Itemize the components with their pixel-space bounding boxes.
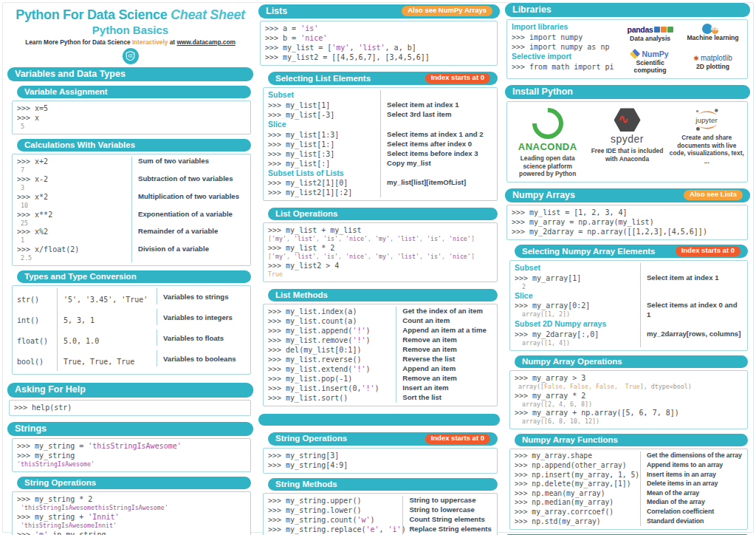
code-output-line: array([1, 2]) — [515, 310, 640, 318]
code-cell: >>> x%2 1 — [17, 227, 131, 245]
datacamp-link[interactable]: www.datacamp.com — [176, 38, 235, 46]
code-line: >>> x — [17, 113, 246, 123]
numpy-cube-icon — [630, 49, 640, 59]
code-line: >>> my_string + 'Innit' — [17, 512, 246, 522]
example-cell: 5.0, 1.0 — [57, 330, 157, 350]
section-title: Install Python — [512, 86, 573, 97]
jupyter-wordmark: jupyter — [695, 116, 718, 124]
code-line: >>> my_list.pop(-1) — [268, 374, 396, 384]
code-output-line: 2 — [515, 283, 640, 291]
table-row: >>> del(my_list[0:1])Remove an item — [268, 345, 492, 355]
table-row: >>> my_string.replace('e', 'i')Replace S… — [268, 525, 492, 534]
description-cell: Select 3rd last item — [380, 110, 492, 120]
description-cell: Select item at index 1 — [380, 100, 492, 110]
section-title: Libraries — [512, 4, 551, 15]
code-line: >>> np.std(my_array) — [515, 517, 640, 527]
section-string-operations-left: String Operations — [17, 477, 251, 489]
section-title: List Methods — [275, 290, 328, 300]
anaconda-ring-icon — [526, 102, 569, 146]
logo-caption: Machine learning — [687, 35, 738, 42]
code-subheading: Slice — [268, 120, 380, 130]
table-row: str()'5', '3.45', 'True'Variables to str… — [17, 288, 246, 309]
table-row: >>> my_list.count(a)Count an item — [268, 316, 492, 326]
table-row: >>> my_array[0:2] array([1, 2])Select it… — [515, 301, 743, 319]
code-cell: >>> my_list.pop(-1) — [268, 374, 396, 384]
badge-index-starts-at-0: Index starts at 0 — [676, 246, 740, 256]
code-line: >>> my_array * 2 — [515, 391, 743, 401]
tagline-at: at — [170, 38, 175, 46]
code-cell: Subset — [515, 263, 640, 273]
code-line: >>> my_string[4:9] — [268, 460, 492, 470]
table-row: Subset — [268, 90, 492, 100]
code-line: >>> my_list2 = [[4,5,6,7], [3,4,5,6]] — [265, 52, 492, 62]
code-cell: >>> my_list[1] — [268, 100, 380, 110]
page-title: Python For Data Science Cheat Sheet — [7, 7, 253, 23]
code-line: >>> my_string[3] — [268, 451, 492, 460]
code-cell: >>> np.insert(my_array, 1, 5) — [515, 471, 640, 480]
description-cell: Multiplication of two variables — [131, 192, 246, 210]
code-output-line: 2.5 — [17, 254, 131, 262]
code-line: >>> my_list + my_list — [268, 225, 492, 235]
description-cell — [640, 263, 743, 273]
section-asking-for-help: Asking For Help — [7, 383, 253, 397]
description-cell: Append an item at a time — [396, 326, 492, 335]
section-types-conversion: Types and Type Conversion — [17, 270, 251, 283]
left-column: Python For Data Science Cheat Sheet Pyth… — [7, 0, 253, 535]
code-line: >>> np.median(my_array) — [515, 498, 640, 508]
code-cell: >>> x-2 3 — [17, 174, 131, 192]
table-row: >>> x+2 7Sum of two variables — [17, 157, 246, 174]
code-output-line: 3 — [17, 184, 131, 192]
code-line: >>> x*2 — [17, 192, 131, 202]
table-row: Subset Lists of Lists — [268, 168, 492, 179]
code-line: >>> my_array = np.array(my_list) — [512, 217, 743, 227]
code-cell: >>> np.std(my_array) — [515, 517, 640, 527]
code-cell: Subset — [268, 90, 380, 100]
table-row: >>> my_list.index(a)Get the index of an … — [268, 307, 492, 316]
libraries-box: Import libraries>>> import numpy>>> impo… — [506, 19, 748, 79]
badge-also-see-lists: Also see Lists — [684, 190, 743, 200]
example-cell: '5', '3.45', 'True' — [57, 288, 157, 309]
spyder-snake-icon: ∿ — [619, 112, 629, 127]
table-row: >>> my_string.upper()String to uppercase — [268, 496, 492, 505]
table-row: >>> x-2 3Subtraction of two variables — [17, 174, 246, 192]
code-line: >>> my_list.reverse() — [268, 355, 396, 364]
description-cell: Append items to an array — [640, 461, 743, 471]
code-block-help: >>> help(str) — [9, 400, 251, 416]
code-cell: >>> my_2darray[:,0] array([1, 4]) — [515, 330, 640, 347]
spyder-hexagon-icon: ∿ — [614, 108, 641, 132]
logo-caption: Data analysis — [628, 35, 673, 43]
section-title: List Operations — [275, 209, 337, 219]
code-line: >>> x=5 — [17, 103, 246, 113]
badge-also-see-numpy-arrays: Also see NumPy Arrays — [402, 6, 492, 16]
description-cell: String to lowercase — [402, 505, 492, 515]
table-row: >>> my_list[1:3]Select items at index 1 … — [268, 130, 492, 140]
section-title: Lists — [266, 6, 287, 16]
description-cell: Count String elements — [402, 515, 492, 525]
code-block-list-operations: >>> my_list + my_list['my', 'list', 'is'… — [263, 222, 498, 282]
code-line: >>> my_list.index(a) — [268, 307, 396, 316]
type-function-cell: bool() — [17, 350, 57, 371]
code-cell: >>> np.median(my_array) — [515, 498, 640, 508]
code-cell: >>> my_list[1:] — [268, 140, 380, 149]
code-line: >>> my_list[1:] — [268, 140, 380, 149]
code-cell: Slice — [515, 291, 640, 301]
table-row: >>> my_array.corrcoef()Correlation coeff… — [515, 508, 743, 517]
table-row: >>> np.median(my_array)Median of the arr… — [515, 498, 743, 508]
code-line: >>> del(my_list[0:1]) — [268, 345, 396, 355]
description-cell: Append an item — [396, 364, 492, 374]
tagline-pre: Learn More Python for Data Science — [25, 38, 130, 46]
code-line: >>> my_array.shape — [515, 451, 640, 461]
section-install-python: Install Python — [505, 85, 750, 99]
datacamp-logo-icon — [123, 48, 139, 64]
description-cell: String to uppercase — [402, 496, 492, 505]
section-variable-assignment: Variable Assignment — [17, 86, 251, 98]
description-cell — [380, 168, 492, 179]
badge-index-starts-at-0: Index starts at 0 — [425, 434, 490, 444]
description-cell: Mean of the array — [640, 489, 743, 499]
code-line: >>> my_list.count(a) — [268, 316, 396, 326]
chart-thumb-icon — [667, 27, 673, 33]
table-row: >>> my_list[:]Copy my_list — [268, 159, 492, 168]
code-cell: >>> my_string.count('w') — [268, 515, 402, 525]
scikit-learn-logo: learn Machine learning — [687, 24, 738, 42]
description-cell: Select items before index 3 — [380, 149, 492, 159]
